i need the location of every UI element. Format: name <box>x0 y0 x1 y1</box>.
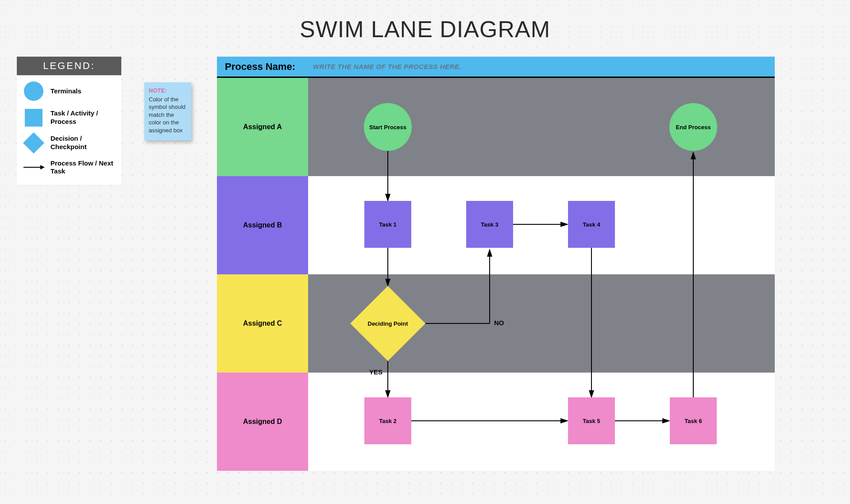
node-task5[interactable]: Task 5 <box>568 397 615 444</box>
lane-c: Assigned C <box>217 274 775 373</box>
node-task6-label: Task 6 <box>684 418 702 424</box>
svg-marker-1 <box>40 165 45 169</box>
swimlane-container: Process Name: WRITE THE NAME OF THE PROC… <box>217 57 775 471</box>
legend-body: Terminals Task / Activity / Process Deci… <box>17 75 121 185</box>
legend-header: LEGEND: <box>17 57 121 75</box>
arrow-icon <box>21 163 46 172</box>
legend-label: Terminals <box>46 87 117 96</box>
node-task4-label: Task 4 <box>583 221 600 228</box>
node-task6[interactable]: Task 6 <box>670 397 717 444</box>
legend-label: Task / Activity / Process <box>46 109 117 126</box>
square-icon <box>21 109 46 127</box>
node-task3-label: Task 3 <box>481 221 498 228</box>
node-task5-label: Task 5 <box>583 418 600 424</box>
legend-panel: LEGEND: Terminals Task / Activity / Proc… <box>17 57 121 185</box>
legend-item-flow: Process Flow / Next Task <box>21 159 117 176</box>
lane-b-label: Assigned B <box>217 176 308 274</box>
node-start-label: Start Process <box>369 124 406 131</box>
lane-a-label: Assigned A <box>217 78 308 176</box>
node-task1[interactable]: Task 1 <box>364 201 411 248</box>
legend-item-terminals: Terminals <box>21 81 117 101</box>
node-end[interactable]: End Process <box>669 103 717 151</box>
node-task1-label: Task 1 <box>379 221 397 228</box>
process-header: Process Name: WRITE THE NAME OF THE PROC… <box>217 57 775 78</box>
page-title: SWIM LANE DIAGRAM <box>300 16 550 42</box>
node-task3[interactable]: Task 3 <box>466 201 513 248</box>
note-panel: NOTE: Color of the symbol should match t… <box>144 82 191 140</box>
node-task2[interactable]: Task 2 <box>364 397 411 444</box>
legend-item-decision: Decision / Checkpoint <box>21 135 117 151</box>
legend-item-task: Task / Activity / Process <box>21 109 117 127</box>
legend-label: Process Flow / Next Task <box>46 159 117 176</box>
lane-c-label: Assigned C <box>217 274 308 373</box>
lane-d-label: Assigned D <box>217 373 308 471</box>
legend-label: Decision / Checkpoint <box>46 135 117 151</box>
process-name-input[interactable]: WRITE THE NAME OF THE PROCESS HERE. <box>313 63 461 70</box>
diamond-icon <box>21 135 46 150</box>
note-title: NOTE: <box>149 87 187 95</box>
node-task4[interactable]: Task 4 <box>568 201 615 248</box>
node-start[interactable]: Start Process <box>364 103 412 151</box>
note-body: Color of the symbol should match the col… <box>149 96 187 135</box>
node-decision-label: Deciding Point <box>368 320 408 327</box>
process-name-label: Process Name: <box>225 61 295 73</box>
node-task2-label: Task 2 <box>379 418 397 424</box>
node-end-label: End Process <box>676 124 711 131</box>
circle-icon <box>21 81 46 101</box>
